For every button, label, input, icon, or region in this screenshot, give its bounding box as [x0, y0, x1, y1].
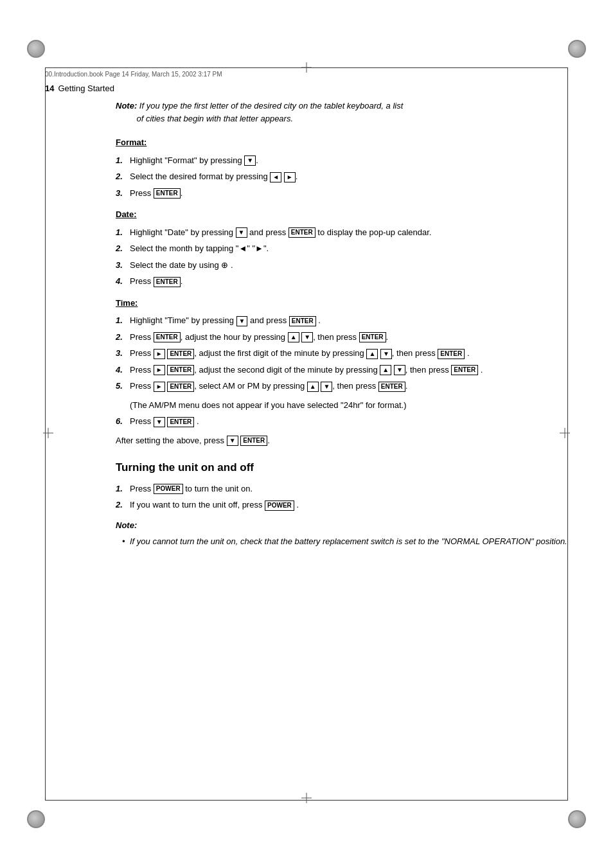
list-num: 4. — [116, 275, 130, 288]
list-num: 1. — [116, 483, 130, 495]
note-text-intro: If you type the first letter of the desi… — [116, 101, 403, 123]
key-enter: ENTER — [154, 188, 181, 199]
key-enter: ENTER — [167, 349, 194, 359]
list-num: 3. — [116, 259, 130, 272]
list-content: Highlight "Time" by pressing ▼ and press… — [130, 314, 568, 327]
note2-label: Note: — [116, 519, 568, 532]
list-num: 3. — [116, 347, 130, 360]
list-content: Press POWER to turn the unit on. — [130, 483, 568, 495]
page-title-header: Getting Started — [58, 84, 114, 93]
corner-circle-tl — [27, 40, 45, 58]
note-label-intro: Note: — [116, 101, 137, 111]
note2-bullet-1: If you cannot turn the unit on, check th… — [123, 535, 568, 548]
key-enter: ENTER — [240, 436, 267, 446]
turning-heading: Turning the unit on and off — [116, 459, 568, 476]
key-power: POWER — [265, 500, 294, 511]
time-step-5: 5. Press ► ENTER, select AM or PM by pre… — [116, 380, 568, 393]
time-step-2: 2. Press ENTER, adjust the hour by press… — [116, 331, 568, 344]
date-heading: Date: — [116, 208, 568, 221]
crosshair-bottom-center — [301, 793, 312, 806]
key-up-arrow: ▲ — [366, 349, 378, 359]
list-content: Select the date by using ⊕ . — [130, 259, 568, 272]
time-step-3: 3. Press ► ENTER, adjust the first digit… — [116, 347, 568, 360]
list-num: 3. — [116, 187, 130, 200]
list-content: Highlight "Date" by pressing ▼ and press… — [130, 226, 568, 239]
list-content: If you want to turn the unit off, press … — [130, 499, 568, 511]
key-left-arrow: ◄ — [270, 172, 281, 182]
list-num: 2. — [116, 242, 130, 255]
time-step-1: 1. Highlight "Time" by pressing ▼ and pr… — [116, 314, 568, 327]
list-num: 2. — [116, 331, 130, 344]
date-step-4: 4. Press ENTER. — [116, 275, 568, 288]
key-up-arrow: ▲ — [288, 332, 299, 342]
list-content: Press ► ENTER, adjust the second digit o… — [130, 364, 568, 376]
key-enter: ENTER — [359, 332, 386, 342]
list-content: Select the month by tapping "◄" "►". — [130, 242, 568, 255]
key-enter: ENTER — [289, 227, 315, 238]
list-num: 5. — [116, 380, 130, 393]
key-down-arrow: ▼ — [394, 365, 405, 375]
page-number-area: 14 Getting Started — [45, 84, 114, 93]
key-down-arrow: ▼ — [236, 227, 247, 238]
key-down-arrow: ▼ — [321, 382, 332, 392]
key-enter: ENTER — [451, 365, 478, 375]
date-step-1: 1. Highlight "Date" by pressing ▼ and pr… — [116, 226, 568, 239]
note-block-2: Note: If you cannot turn the unit on, ch… — [116, 519, 568, 548]
key-down-arrow: ▼ — [244, 155, 256, 166]
turning-step-2: 2. If you want to turn the unit off, pre… — [116, 499, 568, 511]
key-right-arrow: ► — [154, 382, 165, 392]
list-content: Press ▼ ENTER . — [130, 415, 568, 428]
key-down-arrow: ▼ — [154, 417, 165, 427]
key-right-arrow: ► — [154, 365, 165, 375]
list-content: Press ENTER, adjust the hour by pressing… — [130, 331, 568, 344]
crosshair-left-center — [43, 428, 53, 441]
main-content: Note: If you type the first letter of th… — [116, 100, 568, 791]
note-block-intro: Note: If you type the first letter of th… — [116, 100, 568, 125]
key-enter: ENTER — [438, 349, 465, 359]
turning-list: 1. Press POWER to turn the unit on. 2. I… — [116, 483, 568, 511]
page: 00.Introduction.book Page 14 Friday, Mar… — [0, 0, 613, 868]
ampm-note: (The AM/PM menu does not appear if you h… — [116, 399, 568, 412]
list-content: Press ► ENTER, select AM or PM by pressi… — [130, 380, 568, 393]
after-setting-text: After setting the above, press ▼ ENTER. — [116, 434, 568, 447]
time-list: 1. Highlight "Time" by pressing ▼ and pr… — [116, 314, 568, 393]
key-down-arrow: ▼ — [301, 332, 313, 342]
time-list-6: 6. Press ▼ ENTER . — [116, 415, 568, 428]
list-content: Press ENTER. — [130, 275, 568, 288]
list-num: 1. — [116, 154, 130, 167]
header-file-text: 00.Introduction.book Page 14 Friday, Mar… — [45, 71, 222, 78]
key-enter: ENTER — [167, 417, 194, 427]
key-up-arrow: ▲ — [307, 382, 319, 392]
list-num: 2. — [116, 170, 130, 183]
time-step-4: 4. Press ► ENTER, adjust the second digi… — [116, 364, 568, 376]
list-num: 6. — [116, 415, 130, 428]
page-number: 14 — [45, 84, 54, 93]
key-enter: ENTER — [167, 382, 194, 392]
list-content: Press ENTER. — [130, 187, 568, 200]
corner-circle-tr — [568, 40, 586, 58]
time-step-6: 6. Press ▼ ENTER . — [116, 415, 568, 428]
format-step-1: 1. Highlight "Format" by pressing ▼. — [116, 154, 568, 167]
list-num: 1. — [116, 314, 130, 327]
list-num: 2. — [116, 499, 130, 511]
key-enter: ENTER — [154, 332, 181, 342]
time-heading: Time: — [116, 297, 568, 310]
key-enter: ENTER — [289, 316, 316, 326]
key-enter: ENTER — [154, 277, 181, 287]
format-step-3: 3. Press ENTER. — [116, 187, 568, 200]
date-step-2: 2. Select the month by tapping "◄" "►". — [116, 242, 568, 255]
format-heading: Format: — [116, 136, 568, 149]
format-list: 1. Highlight "Format" by pressing ▼. 2. … — [116, 154, 568, 200]
key-up-arrow: ▲ — [380, 365, 391, 375]
key-down-arrow: ▼ — [236, 316, 248, 326]
key-enter: ENTER — [378, 382, 405, 392]
key-enter: ENTER — [167, 365, 194, 375]
date-list: 1. Highlight "Date" by pressing ▼ and pr… — [116, 226, 568, 288]
list-content: Highlight "Format" by pressing ▼. — [130, 154, 568, 167]
key-down-arrow: ▼ — [380, 349, 392, 359]
note2-bullets: If you cannot turn the unit on, check th… — [116, 535, 568, 548]
list-content: Press ► ENTER, adjust the first digit of… — [130, 347, 568, 360]
key-right-arrow: ► — [284, 172, 296, 182]
format-step-2: 2. Select the desired format by pressing… — [116, 170, 568, 183]
key-right-arrow: ► — [154, 349, 165, 359]
